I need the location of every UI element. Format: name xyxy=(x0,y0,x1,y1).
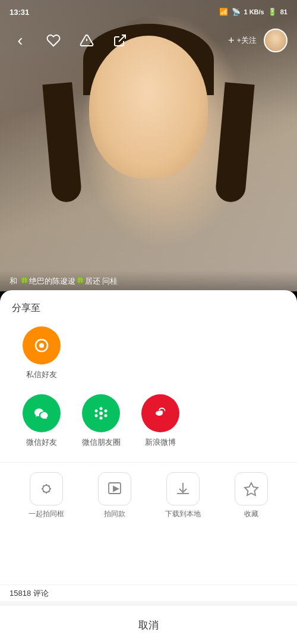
svg-marker-15 xyxy=(245,483,258,495)
signal-icon: 📶 xyxy=(219,8,228,16)
wechat-friend-label: 微信好友 xyxy=(26,437,57,448)
same-style-item[interactable]: 拍同款 xyxy=(91,472,138,519)
wechat-moments-icon xyxy=(82,394,120,432)
weibo-icon-circle xyxy=(141,394,179,432)
divider xyxy=(0,462,297,463)
collect-icon xyxy=(235,472,268,505)
top-action-bar: ‹ + +关注 xyxy=(0,24,297,57)
download-item[interactable]: 下载到本地 xyxy=(159,472,207,519)
share-panel: 分享至 私信好友 xyxy=(0,290,297,601)
collect-item[interactable]: 收藏 xyxy=(228,472,275,519)
private-message-row: 私信好友 xyxy=(12,326,285,380)
svg-line-2 xyxy=(119,35,125,42)
back-button[interactable]: ‹ xyxy=(10,30,31,51)
svg-point-7 xyxy=(100,417,103,420)
wechat-moments-label: 微信朋友圈 xyxy=(82,437,121,448)
follow-label: +关注 xyxy=(236,35,257,46)
svg-point-10 xyxy=(105,410,108,413)
like-button[interactable] xyxy=(43,30,64,51)
collect-label: 收藏 xyxy=(244,509,258,519)
top-bar-right: + +关注 xyxy=(228,29,287,52)
wechat-friend-item[interactable]: 微信好友 xyxy=(12,394,71,448)
wechat-friend-icon xyxy=(23,394,61,432)
hair-right xyxy=(214,82,254,203)
share-title: 分享至 xyxy=(12,302,285,315)
same-style-icon xyxy=(98,472,131,505)
svg-point-8 xyxy=(95,410,98,413)
cancel-area[interactable]: 取消 xyxy=(0,601,297,644)
video-text: 和 🍀绝巴的陈逡逡🍀居还 问桂 xyxy=(10,276,118,287)
weibo-label: 新浪微博 xyxy=(145,437,176,448)
svg-point-9 xyxy=(95,414,98,417)
together-frame-item[interactable]: 一起拍同框 xyxy=(23,472,70,519)
download-icon xyxy=(166,472,200,505)
comments-strip: 15818 评论 xyxy=(0,585,297,601)
same-style-label: 拍同款 xyxy=(104,509,125,519)
share-button[interactable] xyxy=(109,30,131,51)
download-label: 下载到本地 xyxy=(165,509,201,519)
weibo-item[interactable]: 新浪微博 xyxy=(131,394,190,448)
status-right: 📶 📡 1 KB/s 🔋 81 xyxy=(219,8,288,16)
cancel-button[interactable]: 取消 xyxy=(138,618,159,632)
svg-point-6 xyxy=(100,407,103,410)
avatar[interactable] xyxy=(264,29,287,52)
battery-level: 81 xyxy=(280,8,287,15)
warning-button[interactable] xyxy=(76,30,97,51)
hair-left xyxy=(42,82,82,203)
together-frame-label: 一起拍同框 xyxy=(29,509,64,519)
time: 13:31 xyxy=(10,8,29,17)
bottom-sheet: 分享至 私信好友 xyxy=(0,290,297,644)
battery-icon: 🔋 xyxy=(268,8,277,16)
top-bar-left: ‹ xyxy=(10,30,131,51)
social-share-row: 微信好友 微信朋友圈 xyxy=(12,394,285,448)
speed-label: 1 KB/s xyxy=(244,8,264,15)
svg-point-4 xyxy=(39,343,44,348)
video-overlay: 和 🍀绝巴的陈逡逡🍀居还 问桂 xyxy=(0,271,297,291)
together-frame-icon xyxy=(30,472,63,505)
private-message-icon xyxy=(23,326,61,365)
svg-point-11 xyxy=(105,414,108,417)
follow-plus-icon: + xyxy=(228,34,235,47)
wechat-moments-item[interactable]: 微信朋友圈 xyxy=(71,394,131,448)
svg-point-5 xyxy=(99,411,103,415)
wifi-icon: 📡 xyxy=(232,8,241,16)
private-message-item[interactable]: 私信好友 xyxy=(12,326,71,380)
status-bar: 13:31 📶 📡 1 KB/s 🔋 81 xyxy=(0,0,297,24)
action-row: 一起拍同框 拍同款 xyxy=(12,472,285,519)
private-message-label: 私信好友 xyxy=(26,369,57,380)
follow-button[interactable]: + +关注 xyxy=(228,34,257,47)
status-left: 13:31 xyxy=(10,8,29,17)
face xyxy=(89,36,208,178)
svg-marker-14 xyxy=(113,486,118,491)
comments-count: 15818 评论 xyxy=(10,588,49,599)
